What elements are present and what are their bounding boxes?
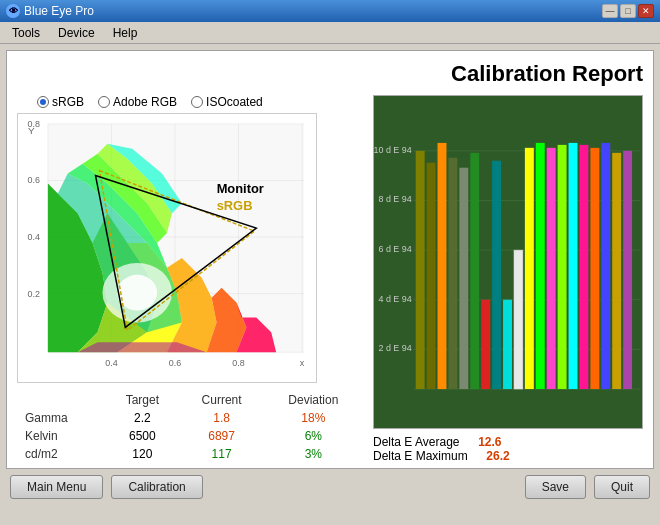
minimize-button[interactable]: — — [602, 4, 618, 18]
app-icon: 👁 — [6, 4, 20, 18]
calibration-button[interactable]: Calibration — [111, 475, 202, 499]
col-header-current: Current — [179, 391, 263, 409]
svg-rect-53 — [448, 158, 457, 389]
svg-rect-68 — [612, 153, 621, 389]
menu-bar: Tools Device Help — [0, 22, 660, 44]
row-cdm2-target: 120 — [105, 445, 179, 463]
main-menu-button[interactable]: Main Menu — [10, 475, 103, 499]
svg-rect-54 — [459, 168, 468, 389]
svg-rect-57 — [492, 161, 501, 389]
svg-text:sRGB: sRGB — [217, 198, 253, 213]
radio-isocoated-circle — [191, 96, 203, 108]
title-bar-left: 👁 Blue Eye Pro — [6, 4, 94, 18]
left-panel: sRGB Adobe RGB ISOcoated — [17, 95, 363, 463]
bottom-bar: Main Menu Calibration Save Quit — [6, 475, 654, 499]
radio-adobe-rgb-label: Adobe RGB — [113, 95, 177, 109]
svg-text:0.2: 0.2 — [28, 289, 40, 299]
save-button[interactable]: Save — [525, 475, 586, 499]
svg-rect-65 — [579, 145, 588, 389]
delta-stats: Delta E Average 12.6 Delta E Maximum 26.… — [373, 435, 643, 463]
delta-e-average-value: 12.6 — [478, 435, 501, 449]
table-row-kelvin: Kelvin 6500 6897 6% — [17, 427, 363, 445]
svg-text:Y: Y — [28, 125, 35, 136]
delta-e-maximum-label: Delta E Maximum — [373, 449, 468, 463]
radio-isocoated[interactable]: ISOcoated — [191, 95, 263, 109]
row-kelvin-current: 6897 — [179, 427, 263, 445]
svg-rect-66 — [590, 148, 599, 389]
svg-text:8 d E 94: 8 d E 94 — [378, 194, 411, 204]
svg-text:10 d E 94: 10 d E 94 — [374, 145, 412, 155]
radio-srgb[interactable]: sRGB — [37, 95, 84, 109]
menu-device[interactable]: Device — [50, 24, 103, 42]
col-header-target: Target — [105, 391, 179, 409]
radio-srgb-label: sRGB — [52, 95, 84, 109]
row-cdm2-current: 117 — [179, 445, 263, 463]
svg-rect-59 — [514, 250, 523, 389]
svg-text:0.8: 0.8 — [232, 358, 244, 368]
row-cdm2-label: cd/m2 — [17, 445, 105, 463]
table-row-gamma: Gamma 2.2 1.8 18% — [17, 409, 363, 427]
title-bar: 👁 Blue Eye Pro — □ ✕ — [0, 0, 660, 22]
svg-rect-52 — [438, 143, 447, 389]
svg-text:4 d E 94: 4 d E 94 — [378, 294, 411, 304]
svg-rect-50 — [416, 151, 425, 389]
svg-rect-64 — [569, 143, 578, 389]
table-row-cdm2: cd/m2 120 117 3% — [17, 445, 363, 463]
cie-diagram: 0.8 0.6 0.4 0.2 Y 0.4 0.6 0.8 x — [17, 113, 317, 383]
row-gamma-deviation: 18% — [264, 409, 363, 427]
svg-rect-60 — [525, 148, 534, 389]
radio-srgb-circle — [37, 96, 49, 108]
row-kelvin-label: Kelvin — [17, 427, 105, 445]
svg-text:0.6: 0.6 — [28, 175, 40, 185]
svg-rect-63 — [558, 145, 567, 389]
svg-text:Monitor: Monitor — [217, 181, 264, 196]
menu-help[interactable]: Help — [105, 24, 146, 42]
main-content: Calibration Report sRGB Adobe RGB ISOcoa… — [6, 50, 654, 469]
svg-rect-51 — [427, 163, 436, 389]
svg-rect-69 — [623, 151, 632, 389]
row-kelvin-deviation: 6% — [264, 427, 363, 445]
row-kelvin-target: 6500 — [105, 427, 179, 445]
col-header-deviation: Deviation — [264, 391, 363, 409]
svg-rect-62 — [547, 148, 556, 389]
cie-svg: 0.8 0.6 0.4 0.2 Y 0.4 0.6 0.8 x — [18, 114, 316, 382]
menu-tools[interactable]: Tools — [4, 24, 48, 42]
delta-e-average-label: Delta E Average — [373, 435, 460, 449]
close-button[interactable]: ✕ — [638, 4, 654, 18]
bottom-left-buttons: Main Menu Calibration — [10, 475, 203, 499]
bottom-right-buttons: Save Quit — [525, 475, 650, 499]
delta-e-maximum-row: Delta E Maximum 26.2 — [373, 449, 643, 463]
col-header-label — [17, 391, 105, 409]
radio-isocoated-label: ISOcoated — [206, 95, 263, 109]
right-panel: 10 d E 94 8 d E 94 6 d E 94 4 d E 94 2 d… — [373, 95, 643, 463]
chart-svg: 10 d E 94 8 d E 94 6 d E 94 4 d E 94 2 d… — [374, 96, 642, 428]
report-title: Calibration Report — [17, 61, 643, 87]
chart-area: 10 d E 94 8 d E 94 6 d E 94 4 d E 94 2 d… — [373, 95, 643, 429]
row-gamma-current: 1.8 — [179, 409, 263, 427]
svg-rect-67 — [601, 143, 610, 389]
radio-adobe-rgb[interactable]: Adobe RGB — [98, 95, 177, 109]
window-controls: — □ ✕ — [602, 4, 654, 18]
color-space-selector: sRGB Adobe RGB ISOcoated — [37, 95, 363, 109]
svg-rect-55 — [470, 153, 479, 389]
delta-e-maximum-value: 26.2 — [486, 449, 509, 463]
svg-rect-61 — [536, 143, 545, 389]
data-table: Target Current Deviation Gamma 2.2 1.8 1… — [17, 391, 363, 463]
svg-rect-56 — [481, 300, 490, 389]
radio-adobe-rgb-circle — [98, 96, 110, 108]
window-title: Blue Eye Pro — [24, 4, 94, 18]
quit-button[interactable]: Quit — [594, 475, 650, 499]
svg-rect-58 — [503, 300, 512, 389]
svg-text:0.4: 0.4 — [28, 232, 40, 242]
row-gamma-label: Gamma — [17, 409, 105, 427]
svg-text:0.6: 0.6 — [169, 358, 181, 368]
svg-text:6 d E 94: 6 d E 94 — [378, 244, 411, 254]
top-section: sRGB Adobe RGB ISOcoated — [17, 95, 643, 463]
row-cdm2-deviation: 3% — [264, 445, 363, 463]
svg-text:0.4: 0.4 — [105, 358, 117, 368]
maximize-button[interactable]: □ — [620, 4, 636, 18]
delta-e-average-row: Delta E Average 12.6 — [373, 435, 643, 449]
svg-text:2 d E 94: 2 d E 94 — [378, 343, 411, 353]
svg-text:x: x — [300, 358, 305, 368]
row-gamma-target: 2.2 — [105, 409, 179, 427]
